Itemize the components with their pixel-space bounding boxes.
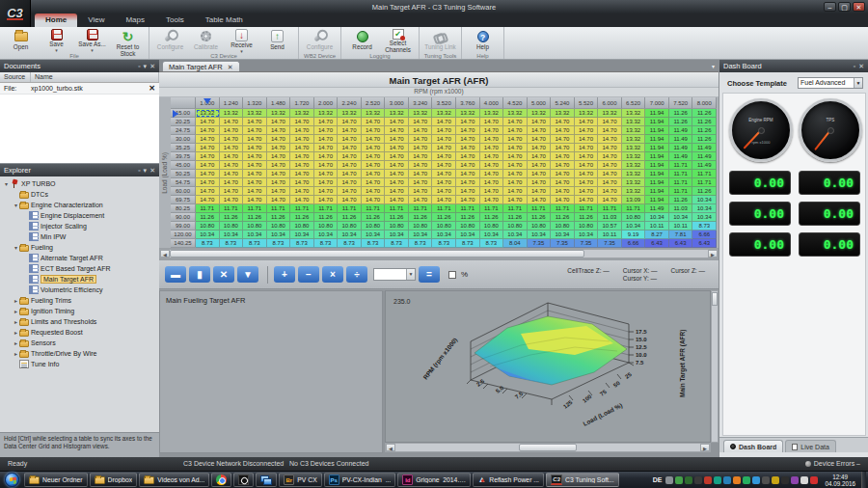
- table-cell[interactable]: 14.70: [575, 126, 599, 135]
- table-cell[interactable]: 10.34: [385, 230, 409, 239]
- table-cell[interactable]: 13.32: [220, 109, 244, 118]
- table-cell[interactable]: 7.81: [669, 230, 693, 239]
- table-cell[interactable]: 14.70: [432, 178, 456, 187]
- table-cell[interactable]: 13.32: [528, 109, 552, 118]
- table-cell[interactable]: 14.70: [338, 196, 362, 204]
- table-cell[interactable]: 10.34: [196, 230, 220, 239]
- table-cell[interactable]: 10.80: [409, 222, 433, 230]
- table-cell[interactable]: 14.70: [409, 161, 433, 170]
- table-cell[interactable]: 14.70: [551, 187, 575, 196]
- table-cell[interactable]: 11.49: [692, 144, 717, 152]
- table-cell[interactable]: 14.70: [243, 126, 267, 135]
- table-cell[interactable]: 14.70: [385, 152, 409, 161]
- table-cell[interactable]: 14.70: [196, 152, 220, 161]
- table-cell[interactable]: 14.70: [598, 170, 622, 178]
- row-header[interactable]: 24.75: [171, 126, 196, 135]
- table-cell[interactable]: 14.70: [575, 196, 599, 204]
- table-cell[interactable]: 11.26: [692, 126, 717, 135]
- tray-icon-13[interactable]: [781, 476, 789, 484]
- table-cell[interactable]: 11.26: [669, 109, 693, 118]
- table-cell[interactable]: 10.80: [575, 222, 599, 230]
- column-header[interactable]: 6.520: [622, 97, 646, 109]
- table-cell[interactable]: 14.70: [480, 161, 504, 170]
- table-cell[interactable]: 11.71: [220, 204, 244, 213]
- table-cell[interactable]: 13.32: [385, 109, 409, 118]
- table-cell[interactable]: 14.70: [575, 118, 599, 126]
- table-cell[interactable]: 14.70: [480, 196, 504, 204]
- table-cell[interactable]: 14.70: [314, 178, 339, 187]
- table-cell[interactable]: 14.70: [551, 118, 575, 126]
- table-cell[interactable]: 7.35: [598, 239, 622, 248]
- tray-icon-5[interactable]: [704, 476, 712, 484]
- table-cell[interactable]: 6.66: [692, 230, 717, 239]
- table-cell[interactable]: 14.70: [314, 161, 339, 170]
- table-cell[interactable]: 14.70: [267, 144, 291, 152]
- table-cell[interactable]: 14.70: [480, 187, 504, 196]
- close-panel-icon[interactable]: ✕: [149, 167, 155, 175]
- scroll-right-icon[interactable]: ▶: [700, 444, 710, 451]
- table-cell[interactable]: 14.70: [243, 187, 267, 196]
- table-cell[interactable]: 10.80: [551, 222, 575, 230]
- table-cell[interactable]: 10.34: [669, 213, 693, 222]
- table-cell[interactable]: 10.34: [480, 230, 504, 239]
- table-cell[interactable]: 14.70: [409, 170, 433, 178]
- table-cell[interactable]: 14.70: [409, 126, 433, 135]
- table-cell[interactable]: 13.32: [551, 109, 575, 118]
- tree-item-ignition-timing[interactable]: ▸Ignition Timing: [0, 306, 159, 316]
- table-cell[interactable]: 8.73: [196, 239, 220, 248]
- table-cell[interactable]: 11.94: [645, 126, 669, 135]
- table-cell[interactable]: 13.32: [622, 187, 646, 196]
- table-cell[interactable]: 14.70: [290, 161, 314, 170]
- table-cell[interactable]: 10.34: [692, 204, 717, 213]
- table-cell[interactable]: 11.49: [669, 144, 693, 152]
- table-cell[interactable]: 11.94: [645, 144, 669, 152]
- multiply-button[interactable]: ×: [322, 266, 343, 283]
- template-dropdown-icon[interactable]: ▼: [854, 78, 862, 88]
- table-cell[interactable]: 10.34: [645, 213, 669, 222]
- table-cell[interactable]: 13.32: [622, 144, 646, 152]
- table-cell[interactable]: 13.32: [622, 178, 646, 187]
- table-cell[interactable]: 11.94: [645, 161, 669, 170]
- table-cell[interactable]: 13.32: [622, 135, 646, 144]
- row-header[interactable]: 50.25: [171, 170, 196, 178]
- table-cell[interactable]: 14.70: [598, 196, 622, 204]
- table-cell[interactable]: 14.70: [338, 126, 362, 135]
- add-button[interactable]: +: [274, 266, 295, 283]
- tree-item-tune-info[interactable]: Tune Info: [0, 359, 159, 369]
- table-cell[interactable]: 14.70: [314, 135, 339, 144]
- table-cell[interactable]: 11.71: [692, 170, 717, 178]
- table-cell[interactable]: 14.70: [385, 135, 409, 144]
- table-cell[interactable]: 14.70: [243, 178, 267, 187]
- table-cell[interactable]: 11.26: [575, 213, 599, 222]
- table-cell[interactable]: 11.71: [409, 204, 433, 213]
- select-channels-button[interactable]: ✔Select Channels: [380, 28, 416, 51]
- table-cell[interactable]: 14.70: [575, 187, 599, 196]
- column-header[interactable]: 1.320: [243, 97, 267, 109]
- column-header[interactable]: 5.240: [551, 97, 575, 109]
- table-cell[interactable]: 11.26: [456, 213, 480, 222]
- table-cell[interactable]: 14.70: [338, 187, 362, 196]
- receive-button[interactable]: ↓Receive▾: [224, 28, 259, 51]
- table-cell[interactable]: 10.80: [432, 222, 456, 230]
- table-cell[interactable]: 14.70: [432, 135, 456, 144]
- table-cell[interactable]: 14.70: [575, 144, 599, 152]
- row-header[interactable]: 140.25: [171, 239, 196, 248]
- table-cell[interactable]: 14.70: [528, 152, 552, 161]
- table-cell[interactable]: 14.70: [338, 152, 362, 161]
- table-cell[interactable]: 10.80: [243, 222, 267, 230]
- table-cell[interactable]: 14.70: [290, 187, 314, 196]
- record-button[interactable]: Record: [344, 28, 380, 51]
- table-cell[interactable]: 14.70: [385, 126, 409, 135]
- table-cell[interactable]: 7.35: [575, 239, 599, 248]
- table-cell[interactable]: 13.32: [338, 109, 362, 118]
- table-cell[interactable]: 11.49: [669, 126, 693, 135]
- table-cell[interactable]: 14.70: [290, 118, 314, 126]
- table-cell[interactable]: 10.57: [598, 222, 622, 230]
- table-cell[interactable]: 14.70: [456, 161, 480, 170]
- table-cell[interactable]: 14.70: [362, 178, 386, 187]
- table-cell[interactable]: 11.71: [528, 204, 552, 213]
- table-cell[interactable]: 14.70: [362, 152, 386, 161]
- table-cell[interactable]: 14.70: [220, 161, 244, 170]
- table-cell[interactable]: 14.70: [598, 152, 622, 161]
- taskbar-item-reflash-power-[interactable]: ▲Reflash Power ...: [473, 473, 544, 487]
